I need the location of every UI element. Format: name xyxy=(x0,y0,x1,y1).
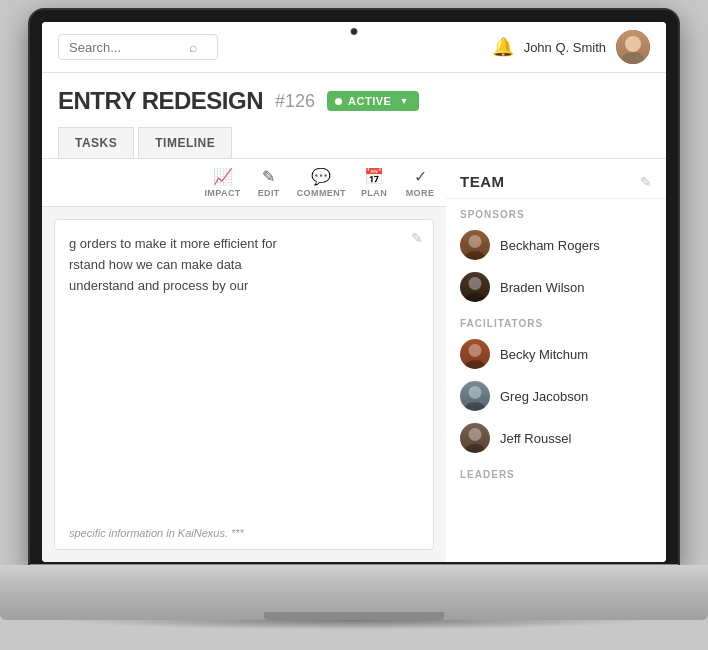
card-line-2: rstand how we can make data xyxy=(69,257,242,272)
toolbar-comment[interactable]: 💬 COMMENT xyxy=(297,167,346,198)
top-toolbar: 📈 IMPACT ✎ EDIT 💬 COMMENT 📅 xyxy=(42,159,446,207)
team-edit-icon[interactable]: ✎ xyxy=(640,174,652,190)
avatar-becky xyxy=(460,339,490,369)
user-name: John Q. Smith xyxy=(524,40,606,55)
impact-label: IMPACT xyxy=(204,188,240,198)
avatar-jeff xyxy=(460,423,490,453)
right-panel-team: TEAM ✎ SPONSORS Beckham Rogers Braden Wi… xyxy=(446,159,666,562)
edit-icon: ✎ xyxy=(262,167,275,186)
project-number: #126 xyxy=(275,91,315,112)
content-card: ✎ g orders to make it more efficient for… xyxy=(54,219,434,550)
comment-label: COMMENT xyxy=(297,188,346,198)
laptop-bezel: ⌕ 🔔 John Q. Smith ENTRY REDESIGN #126 xyxy=(30,10,678,570)
plan-icon: 📅 xyxy=(364,167,384,186)
member-name-braden: Braden Wilson xyxy=(500,280,585,295)
laptop-camera xyxy=(351,28,358,35)
title-row: ENTRY REDESIGN #126 ACTIVE ▼ xyxy=(58,87,650,115)
status-dot xyxy=(335,98,342,105)
team-header: TEAM ✎ xyxy=(446,159,666,199)
laptop-base xyxy=(0,565,708,620)
avatar-greg xyxy=(460,381,490,411)
card-line-3: understand and process by our xyxy=(69,278,248,293)
status-chevron-icon: ▼ xyxy=(399,96,408,106)
facilitators-label: FACILITATORS xyxy=(446,308,666,333)
page-title-area: ENTRY REDESIGN #126 ACTIVE ▼ TASKS TIMEL… xyxy=(42,73,666,159)
status-badge[interactable]: ACTIVE ▼ xyxy=(327,91,419,111)
tab-tasks[interactable]: TASKS xyxy=(58,127,134,158)
tabs-row: TASKS TIMELINE xyxy=(58,127,650,158)
list-item: Jeff Roussel xyxy=(446,417,666,459)
list-item: Beckham Rogers xyxy=(446,224,666,266)
avatar-beckham xyxy=(460,230,490,260)
sponsors-label: SPONSORS xyxy=(446,199,666,224)
bell-icon: 🔔 xyxy=(492,36,514,58)
card-text: g orders to make it more efficient for r… xyxy=(69,234,419,296)
tab-timeline[interactable]: TIMELINE xyxy=(138,127,232,158)
status-label: ACTIVE xyxy=(348,95,391,107)
left-column: 📈 IMPACT ✎ EDIT 💬 COMMENT 📅 xyxy=(42,159,446,562)
more-label: MORE xyxy=(406,188,435,198)
search-icon[interactable]: ⌕ xyxy=(189,39,197,55)
comment-icon: 💬 xyxy=(311,167,331,186)
leaders-label: LEADERS xyxy=(446,459,666,484)
plan-label: PLAN xyxy=(361,188,387,198)
member-name-jeff: Jeff Roussel xyxy=(500,431,571,446)
card-footnote: specific information in KaiNexus. *** xyxy=(69,527,244,539)
search-bar[interactable]: ⌕ xyxy=(58,34,218,60)
toolbar-more[interactable]: ✓ MORE xyxy=(402,167,438,198)
more-icon: ✓ xyxy=(414,167,427,186)
search-input[interactable] xyxy=(69,40,189,55)
toolbar-impact[interactable]: 📈 IMPACT xyxy=(204,167,240,198)
member-name-greg: Greg Jacobson xyxy=(500,389,588,404)
list-item: Becky Mitchum xyxy=(446,333,666,375)
avatar-braden xyxy=(460,272,490,302)
list-item: Braden Wilson xyxy=(446,266,666,308)
toolbar-edit[interactable]: ✎ EDIT xyxy=(251,167,287,198)
toolbar-plan[interactable]: 📅 PLAN xyxy=(356,167,392,198)
member-name-beckham: Beckham Rogers xyxy=(500,238,600,253)
team-title: TEAM xyxy=(460,173,505,190)
edit-label: EDIT xyxy=(258,188,280,198)
card-line-1: g orders to make it more efficient for xyxy=(69,236,277,251)
project-title: ENTRY REDESIGN xyxy=(58,87,263,115)
impact-icon: 📈 xyxy=(213,167,233,186)
member-name-becky: Becky Mitchum xyxy=(500,347,588,362)
user-avatar xyxy=(616,30,650,64)
list-item: Greg Jacobson xyxy=(446,375,666,417)
user-area: 🔔 John Q. Smith xyxy=(492,30,650,64)
card-edit-icon[interactable]: ✎ xyxy=(411,230,423,246)
avatar-face xyxy=(616,30,650,64)
main-content: 📈 IMPACT ✎ EDIT 💬 COMMENT 📅 xyxy=(42,159,666,562)
screen: ⌕ 🔔 John Q. Smith ENTRY REDESIGN #126 xyxy=(42,22,666,562)
